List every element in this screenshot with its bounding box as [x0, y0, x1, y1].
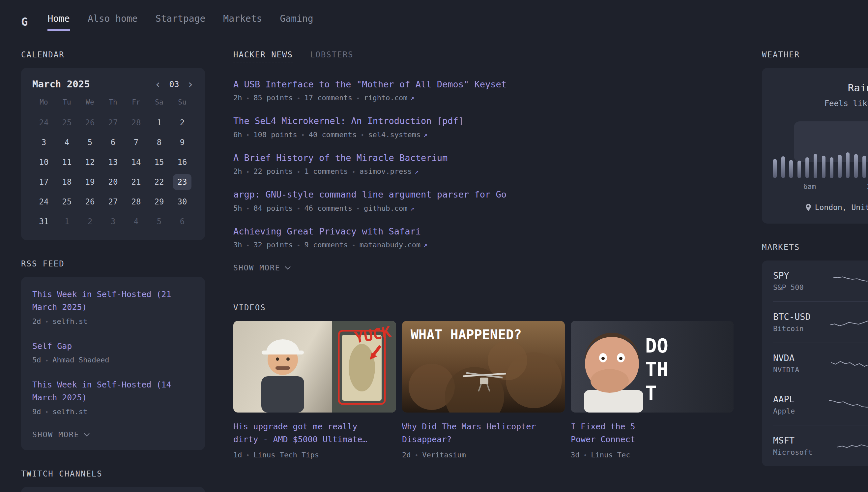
rss-item: Self Gap5d•Ahmad Shadeed	[32, 333, 194, 372]
market-row-btc-usd[interactable]: BTC-USDBitcoin+1.39%$84,999.29	[773, 301, 868, 343]
calendar-day: 21	[127, 174, 145, 190]
market-row-aapl[interactable]: AAPLApple+1.95%$218.27	[773, 384, 868, 425]
market-ticker: AAPL	[773, 394, 823, 404]
calendar-day: 10	[34, 154, 53, 170]
weather-section-title: WEATHER	[762, 50, 868, 59]
news-tab-hacker-news[interactable]: HACKER NEWS	[233, 50, 293, 63]
news-item-title[interactable]: A Brief History of the Miracle Bacterium	[233, 153, 448, 163]
market-row-spy[interactable]: SPYS&P 500-0.27%$563.98	[773, 261, 868, 301]
calendar-day-cell: 2	[171, 113, 194, 132]
calendar-day: 19	[81, 174, 99, 190]
video-title[interactable]: I Fixed the 5Power Connect	[571, 420, 734, 446]
calendar-day: 22	[150, 174, 168, 190]
news-show-more-button[interactable]: SHOW MORE	[233, 262, 291, 272]
separator-dot: •	[246, 169, 250, 175]
weather-time-label: 2pm	[867, 183, 868, 191]
calendar-day-cell: 30	[171, 192, 194, 212]
news-item-points: 85 points	[254, 94, 293, 102]
news-item-points: 32 points	[254, 241, 293, 249]
rss-item-title[interactable]: Self Gap	[32, 340, 194, 353]
calendar-weekday: Th	[102, 98, 125, 113]
calendar-day-cell: 22	[148, 172, 171, 192]
weather-condition: Rain	[773, 82, 868, 94]
dashboard-app: G HomeAlso homeStartpageMarketsGaming CA…	[0, 0, 868, 492]
markets-section-title: MARKETS	[762, 243, 868, 252]
market-ticker: MSFT	[773, 435, 832, 445]
market-info: BTC-USDBitcoin	[773, 312, 824, 333]
news-item-source-link[interactable]: asimov.press↗	[360, 167, 419, 175]
calendar-day-cell: 20	[102, 172, 125, 192]
calendar-day: 12	[81, 154, 99, 170]
news-item-comments: 17 comments	[304, 94, 352, 102]
news-item-title[interactable]: Achieving Great Privacy with Safari	[233, 226, 421, 237]
news-item-source-link[interactable]: matanabudy.com↗	[360, 241, 427, 249]
calendar-next-button[interactable]: ›	[187, 78, 194, 90]
news-item-title[interactable]: The SeL4 Microkernel: An Introduction [p…	[233, 116, 464, 126]
calendar-day-cell: 17	[32, 172, 55, 192]
news-item-source: sel4.systems	[368, 130, 420, 139]
app-logo[interactable]: G	[21, 15, 28, 28]
nav-tab-home[interactable]: Home	[48, 13, 70, 31]
left-column: CALENDAR March 2025 ‹ 03 › MoTuWeThFrSaS…	[21, 44, 205, 492]
external-link-icon: ↗	[423, 241, 427, 249]
video-thumbnail[interactable]: YUCK	[233, 321, 396, 413]
separator-dot: •	[45, 318, 49, 325]
weather-time-axis: 6am2pm10pm	[773, 183, 868, 192]
video-title[interactable]: Why Did The Mars HelicopterDisappear?	[402, 420, 565, 446]
video-thumbnail[interactable]: DO TH T	[571, 321, 734, 413]
markets-widget: SPYS&P 500-0.27%$563.98BTC-USDBitcoin+1.…	[762, 261, 868, 466]
news-item: Achieving Great Privacy with Safari3h•32…	[233, 225, 734, 249]
nav-tab-startpage[interactable]: Startpage	[156, 13, 206, 31]
video-title[interactable]: His upgrade got me reallydirty - AMD $50…	[233, 420, 396, 446]
calendar-day: 6	[173, 214, 191, 229]
news-item-source-link[interactable]: github.com↗	[364, 204, 414, 212]
rss-item-age: 9d	[32, 408, 41, 416]
news-item-source-link[interactable]: righto.com↗	[364, 94, 414, 102]
market-row-msft[interactable]: MSFTMicrosoft+1.14%$391.26	[773, 425, 868, 466]
external-link-icon: ↗	[423, 131, 427, 139]
market-sparkline	[833, 272, 868, 290]
market-name: NVIDIA	[773, 366, 825, 374]
calendar-day: 2	[173, 115, 191, 130]
separator-dot: •	[356, 95, 360, 102]
calendar-day: 28	[127, 115, 145, 130]
nav-tab-gaming[interactable]: Gaming	[280, 13, 313, 31]
calendar-prev-button[interactable]: ‹	[155, 78, 161, 90]
video-meta: 1d•Linus Tech Tips	[233, 451, 396, 459]
video-thumbnail[interactable]: WHAT HAPPENED?	[402, 321, 565, 413]
calendar-day-cell: 5	[148, 212, 171, 231]
nav-tab-also-home[interactable]: Also home	[88, 13, 138, 31]
calendar-day-cell: 5	[78, 132, 102, 152]
news-tab-lobsters[interactable]: LOBSTERS	[310, 50, 353, 63]
calendar-month-label: March 2025	[32, 78, 90, 90]
calendar-day-cell: 6	[102, 132, 125, 152]
news-item-source-link[interactable]: sel4.systems↗	[368, 130, 427, 139]
calendar-day: 11	[58, 154, 76, 170]
videos-row: YUCK His upgrade got me reallydirty - AM…	[233, 321, 734, 459]
rss-item-title[interactable]: This Week in Self-Hosted (14 March 2025)	[32, 378, 194, 404]
rss-item-age: 5d	[32, 356, 41, 364]
separator-dot: •	[297, 169, 300, 175]
calendar-header: March 2025 ‹ 03 ›	[32, 78, 194, 90]
calendar-day-cell: 11	[55, 152, 78, 172]
weather-widget: Rain Feels like 11°C 12° 6am2pm10pm Lond…	[762, 68, 868, 224]
news-item-title[interactable]: argp: GNU-style command line argument pa…	[233, 189, 506, 199]
calendar-weekday: Fr	[125, 98, 148, 113]
weather-temp-bar	[797, 161, 801, 178]
news-item-points: 84 points	[254, 204, 293, 212]
rss-item: This Week in Self-Hosted (14 March 2025)…	[32, 371, 194, 423]
calendar-day: 13	[104, 154, 122, 170]
rss-item-meta: 9d•selfh.st	[32, 408, 194, 416]
rss-show-more-button[interactable]: SHOW MORE	[32, 423, 90, 446]
separator-dot: •	[356, 205, 360, 212]
calendar-day: 6	[104, 134, 122, 150]
calendar-day: 25	[58, 115, 76, 130]
calendar-day: 4	[127, 214, 145, 229]
rss-item-title[interactable]: This Week in Self-Hosted (21 March 2025)	[32, 288, 194, 314]
nav-tab-markets[interactable]: Markets	[223, 13, 262, 31]
market-name: S&P 500	[773, 283, 827, 292]
calendar-day-cell: 27	[102, 113, 125, 132]
news-item-title[interactable]: A USB Interface to the "Mother of All De…	[233, 79, 506, 89]
calendar-day: 31	[34, 214, 53, 229]
market-row-nvda[interactable]: NVDANVIDIA-0.70%$117.70	[773, 343, 868, 384]
